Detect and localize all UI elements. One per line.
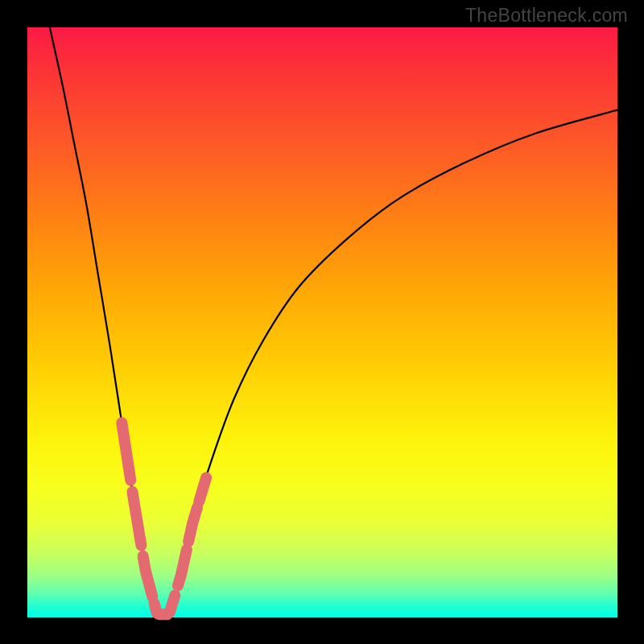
watermark-text: TheBottleneck.com: [465, 5, 628, 27]
chart-plot-area: [27, 27, 617, 617]
highlight-segment: [132, 492, 141, 546]
highlight-segment: [178, 550, 187, 586]
highlight-segment: [188, 507, 197, 542]
highlight-segment: [199, 478, 206, 502]
chart-svg: [27, 27, 617, 617]
highlight-segment: [122, 423, 130, 480]
curve-highlight-markers: [122, 423, 206, 614]
highlight-segment: [143, 556, 153, 597]
